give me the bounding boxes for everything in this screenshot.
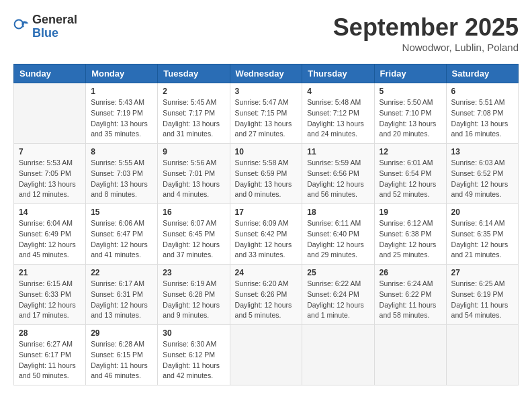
day-info: Sunrise: 5:58 AM Sunset: 6:59 PM Dayligh…: [235, 158, 298, 200]
logo-general: General: [32, 13, 77, 27]
day-number: 11: [307, 147, 369, 156]
day-number: 27: [451, 268, 513, 277]
day-number: 24: [235, 268, 298, 277]
day-info: Sunrise: 5:55 AM Sunset: 7:03 PM Dayligh…: [91, 158, 152, 200]
calendar-cell: 18Sunrise: 6:11 AM Sunset: 6:40 PM Dayli…: [302, 204, 374, 265]
title-section: September 2025 Nowodwor, Lublin, Poland: [333, 13, 519, 53]
calendar-cell: [374, 325, 446, 385]
day-number: 16: [163, 208, 224, 217]
calendar-cell: 5Sunrise: 5:50 AM Sunset: 7:10 PM Daylig…: [374, 83, 446, 144]
day-info: Sunrise: 6:20 AM Sunset: 6:26 PM Dayligh…: [235, 279, 298, 321]
month-title: September 2025: [333, 13, 519, 42]
calendar-cell: 22Sunrise: 6:17 AM Sunset: 6:31 PM Dayli…: [86, 265, 158, 325]
calendar-cell: 4Sunrise: 5:48 AM Sunset: 7:12 PM Daylig…: [302, 83, 374, 144]
day-number: 4: [307, 87, 369, 96]
day-number: 10: [235, 147, 298, 156]
day-info: Sunrise: 6:30 AM Sunset: 6:12 PM Dayligh…: [163, 339, 224, 381]
weekday-header-monday: Monday: [86, 64, 158, 83]
calendar-cell: 12Sunrise: 6:01 AM Sunset: 6:54 PM Dayli…: [374, 144, 446, 204]
logo-text: General Blue: [32, 13, 77, 40]
day-info: Sunrise: 6:22 AM Sunset: 6:24 PM Dayligh…: [307, 279, 369, 321]
week-row-4: 21Sunrise: 6:15 AM Sunset: 6:33 PM Dayli…: [14, 265, 519, 325]
calendar-cell: 3Sunrise: 5:47 AM Sunset: 7:15 PM Daylig…: [230, 83, 302, 144]
day-number: 17: [235, 208, 298, 217]
calendar-cell: 9Sunrise: 5:56 AM Sunset: 7:01 PM Daylig…: [158, 144, 230, 204]
day-info: Sunrise: 5:48 AM Sunset: 7:12 PM Dayligh…: [307, 97, 369, 140]
weekday-header-sunday: Sunday: [14, 64, 86, 83]
calendar-cell: 7Sunrise: 5:53 AM Sunset: 7:05 PM Daylig…: [14, 144, 86, 204]
weekday-header-wednesday: Wednesday: [230, 64, 302, 83]
calendar-cell: 10Sunrise: 5:58 AM Sunset: 6:59 PM Dayli…: [230, 144, 302, 204]
day-info: Sunrise: 6:03 AM Sunset: 6:52 PM Dayligh…: [451, 158, 513, 200]
calendar-cell: 30Sunrise: 6:30 AM Sunset: 6:12 PM Dayli…: [158, 325, 230, 385]
day-info: Sunrise: 5:50 AM Sunset: 7:10 PM Dayligh…: [380, 97, 441, 140]
day-info: Sunrise: 6:27 AM Sunset: 6:17 PM Dayligh…: [19, 339, 81, 381]
day-number: 25: [307, 268, 369, 277]
calendar-cell: 28Sunrise: 6:27 AM Sunset: 6:17 PM Dayli…: [14, 325, 86, 385]
calendar-cell: 21Sunrise: 6:15 AM Sunset: 6:33 PM Dayli…: [14, 265, 86, 325]
day-info: Sunrise: 6:09 AM Sunset: 6:42 PM Dayligh…: [235, 218, 298, 261]
calendar-cell: [14, 83, 86, 144]
day-info: Sunrise: 6:17 AM Sunset: 6:31 PM Dayligh…: [91, 279, 152, 321]
calendar-cell: [230, 325, 302, 385]
day-info: Sunrise: 6:19 AM Sunset: 6:28 PM Dayligh…: [163, 279, 224, 321]
day-info: Sunrise: 5:56 AM Sunset: 7:01 PM Dayligh…: [163, 158, 224, 200]
calendar: SundayMondayTuesdayWednesdayThursdayFrid…: [13, 64, 519, 385]
calendar-cell: [302, 325, 374, 385]
day-info: Sunrise: 6:11 AM Sunset: 6:40 PM Dayligh…: [307, 218, 369, 261]
calendar-cell: [446, 325, 518, 385]
day-number: 28: [19, 328, 81, 338]
day-number: 15: [91, 208, 152, 217]
logo: General Blue: [13, 13, 77, 40]
day-number: 2: [163, 87, 224, 96]
calendar-header: SundayMondayTuesdayWednesdayThursdayFrid…: [14, 64, 519, 83]
day-info: Sunrise: 6:07 AM Sunset: 6:45 PM Dayligh…: [163, 218, 224, 261]
calendar-cell: 16Sunrise: 6:07 AM Sunset: 6:45 PM Dayli…: [158, 204, 230, 265]
day-number: 12: [380, 147, 441, 156]
day-info: Sunrise: 5:51 AM Sunset: 7:08 PM Dayligh…: [451, 97, 513, 140]
calendar-cell: 27Sunrise: 6:25 AM Sunset: 6:19 PM Dayli…: [446, 265, 518, 325]
calendar-cell: 1Sunrise: 5:43 AM Sunset: 7:19 PM Daylig…: [86, 83, 158, 144]
week-row-1: 1Sunrise: 5:43 AM Sunset: 7:19 PM Daylig…: [14, 83, 519, 144]
day-info: Sunrise: 6:28 AM Sunset: 6:15 PM Dayligh…: [91, 339, 152, 381]
weekday-header-thursday: Thursday: [302, 64, 374, 83]
day-number: 19: [380, 208, 441, 217]
day-info: Sunrise: 6:06 AM Sunset: 6:47 PM Dayligh…: [91, 218, 152, 261]
day-number: 23: [163, 268, 224, 277]
logo-icon: [13, 19, 30, 35]
day-info: Sunrise: 6:04 AM Sunset: 6:49 PM Dayligh…: [19, 218, 81, 261]
calendar-cell: 19Sunrise: 6:12 AM Sunset: 6:38 PM Dayli…: [374, 204, 446, 265]
day-number: 13: [451, 147, 513, 156]
weekday-header-friday: Friday: [374, 64, 446, 83]
calendar-cell: 14Sunrise: 6:04 AM Sunset: 6:49 PM Dayli…: [14, 204, 86, 265]
day-info: Sunrise: 6:24 AM Sunset: 6:22 PM Dayligh…: [380, 279, 441, 321]
weekday-header-saturday: Saturday: [446, 64, 518, 83]
day-number: 9: [163, 147, 224, 156]
day-number: 29: [91, 328, 152, 338]
weekday-header-tuesday: Tuesday: [158, 64, 230, 83]
logo-blue: Blue: [32, 27, 77, 40]
day-number: 20: [451, 208, 513, 217]
calendar-body: 1Sunrise: 5:43 AM Sunset: 7:19 PM Daylig…: [14, 83, 519, 385]
calendar-cell: 15Sunrise: 6:06 AM Sunset: 6:47 PM Dayli…: [86, 204, 158, 265]
day-info: Sunrise: 5:47 AM Sunset: 7:15 PM Dayligh…: [235, 97, 298, 140]
calendar-cell: 17Sunrise: 6:09 AM Sunset: 6:42 PM Dayli…: [230, 204, 302, 265]
day-number: 30: [163, 328, 224, 338]
day-number: 1: [91, 87, 152, 96]
calendar-cell: 11Sunrise: 5:59 AM Sunset: 6:56 PM Dayli…: [302, 144, 374, 204]
week-row-5: 28Sunrise: 6:27 AM Sunset: 6:17 PM Dayli…: [14, 325, 519, 385]
day-info: Sunrise: 6:15 AM Sunset: 6:33 PM Dayligh…: [19, 279, 81, 321]
week-row-3: 14Sunrise: 6:04 AM Sunset: 6:49 PM Dayli…: [14, 204, 519, 265]
page-header: General Blue September 2025 Nowodwor, Lu…: [13, 13, 519, 53]
calendar-cell: 8Sunrise: 5:55 AM Sunset: 7:03 PM Daylig…: [86, 144, 158, 204]
calendar-cell: 23Sunrise: 6:19 AM Sunset: 6:28 PM Dayli…: [158, 265, 230, 325]
week-row-2: 7Sunrise: 5:53 AM Sunset: 7:05 PM Daylig…: [14, 144, 519, 204]
weekday-row: SundayMondayTuesdayWednesdayThursdayFrid…: [14, 64, 519, 83]
calendar-cell: 6Sunrise: 5:51 AM Sunset: 7:08 PM Daylig…: [446, 83, 518, 144]
day-info: Sunrise: 5:45 AM Sunset: 7:17 PM Dayligh…: [163, 97, 224, 140]
location: Nowodwor, Lublin, Poland: [333, 42, 519, 53]
calendar-cell: 13Sunrise: 6:03 AM Sunset: 6:52 PM Dayli…: [446, 144, 518, 204]
day-info: Sunrise: 6:25 AM Sunset: 6:19 PM Dayligh…: [451, 279, 513, 321]
day-info: Sunrise: 5:59 AM Sunset: 6:56 PM Dayligh…: [307, 158, 369, 200]
day-number: 5: [380, 87, 441, 96]
